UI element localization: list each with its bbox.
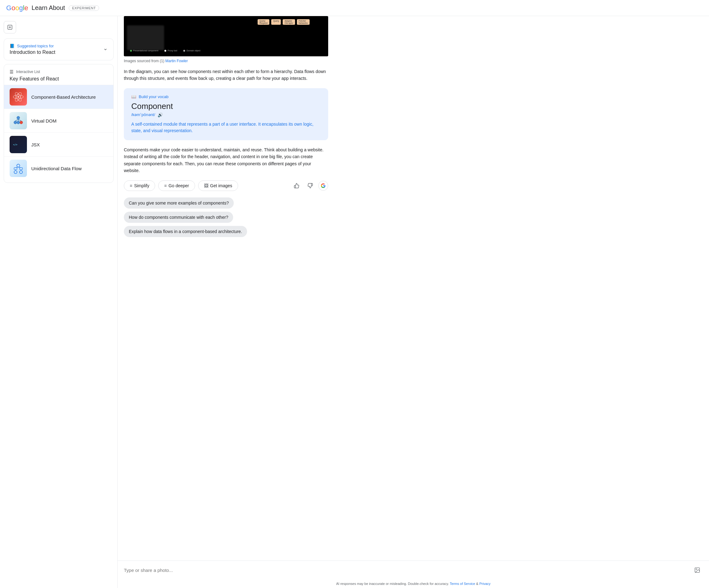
suggested-topics-card[interactable]: 📘 Suggested topics for Introduction to R… bbox=[4, 38, 114, 60]
udf-svg bbox=[12, 162, 24, 175]
legend-label-2: Proxy tool bbox=[167, 50, 177, 52]
privacy-link[interactable]: Privacy bbox=[479, 582, 491, 586]
suggested-topics-header: 📘 Suggested topics for bbox=[9, 44, 55, 48]
vocab-header: 📖 Build your vocab bbox=[131, 95, 321, 99]
list-item-label-vdom: Virtual DOM bbox=[31, 118, 56, 124]
get-images-icon: 🖼 bbox=[204, 183, 208, 188]
image-caption-link[interactable]: Martin Fowler bbox=[165, 59, 188, 63]
logo-o2: o bbox=[15, 4, 19, 12]
svg-rect-18 bbox=[14, 168, 17, 169]
jsx-text-svg: </> bbox=[13, 141, 24, 148]
suggested-topics-label: Suggested topics for bbox=[17, 44, 54, 48]
list-item-label-component: Component-Based Architecture bbox=[31, 95, 96, 100]
svg-point-8 bbox=[14, 121, 17, 124]
diagram-blur-left bbox=[127, 25, 164, 50]
footer-ampersand: & bbox=[476, 582, 479, 586]
suggestion-pill-3[interactable]: Explain how data flows in a component-ba… bbox=[124, 226, 247, 237]
book-icon: 📘 bbox=[9, 44, 15, 48]
svg-point-7 bbox=[17, 116, 20, 119]
legend-dot-white bbox=[164, 50, 166, 52]
go-deeper-label: Go deeper bbox=[168, 183, 189, 188]
logo-g2: g bbox=[19, 4, 23, 12]
svg-point-21 bbox=[20, 170, 23, 173]
list-header-label: Interactive List bbox=[16, 70, 40, 74]
suggested-topics-topic: Introduction to React bbox=[9, 50, 55, 55]
go-deeper-button[interactable]: ≡ Go deeper bbox=[158, 181, 195, 191]
svg-point-15 bbox=[17, 164, 20, 167]
experiment-badge: EXPERIMENT bbox=[69, 5, 99, 11]
diagram-image: QueryRequest Query AdaptorOld api/v Fetc… bbox=[124, 16, 328, 56]
audio-icon[interactable]: 🔊 bbox=[158, 112, 163, 117]
list-item-thumb-react bbox=[9, 88, 27, 106]
thumbs-up-icon bbox=[294, 183, 299, 188]
diagram-nodes: QueryRequest Query AdaptorOld api/v Fetc… bbox=[258, 19, 310, 25]
diagram-inner: QueryRequest Query AdaptorOld api/v Fetc… bbox=[124, 16, 328, 56]
suggested-topics-content: 📘 Suggested topics for Introduction to R… bbox=[9, 44, 55, 55]
google-multicolor-icon bbox=[321, 183, 326, 188]
suggestion-pill-2[interactable]: How do components communicate with each … bbox=[124, 212, 233, 223]
chevron-down-icon: ⌄ bbox=[103, 45, 108, 52]
get-images-button[interactable]: 🖼 Get images bbox=[198, 181, 238, 191]
interactive-list-card: ☰ Interactive List Key Features of React bbox=[4, 64, 114, 183]
logo-g: G bbox=[6, 4, 11, 12]
svg-point-10 bbox=[17, 121, 20, 124]
google-g-button[interactable] bbox=[318, 181, 328, 191]
vocab-definition: A self-contained module that represents … bbox=[131, 121, 321, 134]
thumbs-up-button[interactable] bbox=[291, 180, 302, 191]
svg-point-25 bbox=[696, 569, 697, 570]
legend-dot-gray bbox=[183, 50, 185, 52]
thumb-udf-img bbox=[9, 160, 27, 177]
new-chat-button[interactable] bbox=[4, 21, 16, 33]
legend-label-3: Domain object bbox=[186, 50, 200, 52]
legend-presentation: Presentational component bbox=[130, 50, 158, 52]
svg-text:</>: </> bbox=[13, 143, 17, 146]
tos-link[interactable]: Terms of Service bbox=[450, 582, 475, 586]
logo-o1: o bbox=[11, 4, 15, 12]
thumbs-down-button[interactable] bbox=[305, 180, 316, 191]
legend-dot-green bbox=[130, 50, 132, 52]
chat-input[interactable] bbox=[124, 567, 688, 573]
list-item-udf[interactable]: Unidirectional Data Flow bbox=[4, 156, 113, 180]
list-item-thumb-jsx: </> bbox=[9, 136, 27, 153]
thumbs-down-icon bbox=[308, 183, 313, 188]
vocab-word: Component bbox=[131, 102, 321, 111]
list-title: Key Features of React bbox=[4, 76, 113, 82]
list-icon: ☰ bbox=[9, 69, 14, 74]
get-images-label: Get images bbox=[210, 183, 233, 188]
image-caption: Images sourced from (1) Martin Fowler bbox=[124, 59, 703, 63]
logo-l: l bbox=[23, 4, 24, 12]
action-row: ≡ Simplify ≡ Go deeper 🖼 Get images bbox=[124, 180, 328, 191]
body-para-2: Components make your code easier to unde… bbox=[124, 146, 328, 174]
simplify-icon: ≡ bbox=[130, 183, 132, 188]
content-wrapper: QueryRequest Query AdaptorOld api/v Fetc… bbox=[117, 16, 709, 588]
sidebar: 📘 Suggested topics for Introduction to R… bbox=[0, 16, 117, 588]
simplify-button[interactable]: ≡ Simplify bbox=[124, 181, 155, 191]
vocab-card: 📖 Build your vocab Component /kəmˈpōnənt… bbox=[124, 88, 328, 140]
main-layout: 📘 Suggested topics for Introduction to R… bbox=[0, 16, 709, 588]
svg-point-9 bbox=[20, 121, 23, 124]
footer: AI responses may be inaccurate or mislea… bbox=[117, 579, 709, 588]
thumb-react-img bbox=[9, 88, 27, 106]
go-deeper-icon: ≡ bbox=[164, 183, 166, 188]
list-header: ☰ Interactive List bbox=[4, 69, 113, 74]
image-attach-button[interactable] bbox=[692, 564, 703, 576]
list-item-label-jsx: JSX bbox=[31, 142, 40, 147]
diagram-bottom: Presentational component Proxy tool Doma… bbox=[130, 50, 200, 52]
simplify-label: Simplify bbox=[134, 183, 149, 188]
list-item-component-based[interactable]: Component-Based Architecture bbox=[4, 85, 113, 109]
list-item-virtual-dom[interactable]: Virtual DOM bbox=[4, 109, 113, 132]
legend-domain: Domain object bbox=[183, 50, 200, 52]
suggestion-pill-1[interactable]: Can you give some more examples of compo… bbox=[124, 197, 234, 209]
list-item-jsx[interactable]: </> JSX bbox=[4, 132, 113, 156]
svg-line-11 bbox=[16, 119, 19, 121]
new-chat-icon bbox=[7, 24, 13, 30]
list-item-thumb-udf bbox=[9, 160, 27, 177]
node-fetcher: FetcherNetworks bbox=[297, 19, 310, 25]
node-query: QueryRequest bbox=[258, 19, 269, 25]
content-area: QueryRequest Query AdaptorOld api/v Fetc… bbox=[117, 16, 709, 560]
svg-point-6 bbox=[17, 96, 19, 98]
node-adaptor: AdaptorOld api/v bbox=[283, 19, 295, 25]
vdom-svg bbox=[12, 115, 24, 127]
image-attach-icon bbox=[694, 567, 700, 573]
footer-disclaimer: AI responses may be inaccurate or mislea… bbox=[336, 582, 449, 586]
